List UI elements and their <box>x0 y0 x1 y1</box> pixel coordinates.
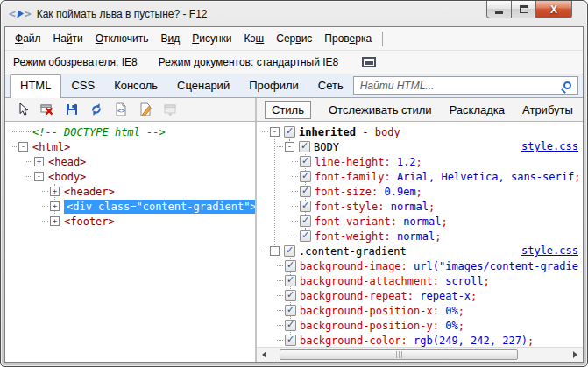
clear-cache-icon[interactable] <box>39 102 54 117</box>
tab-профили[interactable]: Профили <box>239 75 308 97</box>
menu-item-3[interactable]: Вид <box>154 29 186 48</box>
checkbox-checked[interactable] <box>300 171 311 182</box>
collapse-icon[interactable]: - <box>18 142 28 152</box>
pin-tools-button[interactable] <box>359 54 379 70</box>
checkbox-checked[interactable] <box>285 260 296 272</box>
tab-сеть[interactable]: Сеть <box>308 75 353 97</box>
tab-html[interactable]: HTML <box>10 74 61 98</box>
style-rules-pane: -inherited - body-BODYstyle.cssline-heig… <box>257 122 583 347</box>
tree-row[interactable]: +<header> <box>5 184 255 199</box>
tree-connector <box>26 176 32 177</box>
checkbox-checked[interactable] <box>285 290 296 301</box>
menu-item-4[interactable]: Рисунки <box>186 29 237 48</box>
style-rule-row[interactable]: background-repeat: repeat-x; <box>257 288 583 303</box>
checkbox-checked[interactable] <box>300 156 311 167</box>
css-property-value: scroll <box>445 275 483 287</box>
browser-mode-label: Режим обозревателя: IE8 <box>13 56 138 68</box>
checkbox-checked[interactable] <box>300 186 311 197</box>
style-rule-row[interactable]: font-style: normal; <box>257 199 583 214</box>
tab-консоль[interactable]: Консоль <box>104 75 167 97</box>
stylesheet-link[interactable]: style.css <box>521 140 578 152</box>
open-window-icon <box>162 102 177 117</box>
style-tab-раскладка[interactable]: Раскладка <box>450 103 505 116</box>
collapse-icon[interactable]: - <box>270 127 280 137</box>
tree-row[interactable]: +<head> <box>5 154 255 169</box>
tab-css[interactable]: CSS <box>61 75 104 97</box>
search-input[interactable] <box>358 79 563 93</box>
css-semicolon: ; <box>458 320 464 332</box>
checkbox-checked[interactable] <box>299 141 310 152</box>
expand-icon[interactable]: + <box>50 201 60 211</box>
collapse-icon[interactable]: - <box>34 172 44 181</box>
collapse-icon[interactable]: - <box>285 142 294 152</box>
tab-сценарий[interactable]: Сценарий <box>167 75 239 97</box>
collapse-icon[interactable]: - <box>270 246 280 256</box>
expand-icon[interactable]: + <box>50 187 60 196</box>
checkbox-checked[interactable] <box>300 215 311 227</box>
menu-item-1[interactable]: Найти <box>47 29 89 48</box>
view-source-icon[interactable]: <> <box>113 102 128 117</box>
style-rule-row[interactable]: background-attachment: scroll; <box>257 273 583 288</box>
checkbox-checked[interactable] <box>285 305 296 316</box>
style-rule-row[interactable]: font-size: 0.9em; <box>257 184 583 199</box>
style-tab-отслеживать-стили[interactable]: Отслеживать стили <box>329 103 432 116</box>
css-semicolon: ; <box>528 335 534 347</box>
style-rule-row[interactable]: background-image: url("images/content-gr… <box>257 258 583 273</box>
style-rule-row[interactable]: line-height: 1.2; <box>257 154 583 169</box>
expand-icon[interactable]: + <box>34 157 44 166</box>
menu-item-7[interactable]: Проверка <box>318 29 378 48</box>
search-box <box>353 76 578 95</box>
css-property-name: font-variant: <box>315 215 403 228</box>
style-rule-row[interactable]: -BODYstyle.css <box>257 139 583 154</box>
style-rule-row[interactable]: background-color: rgb(249, 242, 227); <box>257 333 583 347</box>
scrollbar-thumb[interactable] <box>280 349 518 360</box>
style-rule-row[interactable]: font-weight: normal; <box>257 229 583 243</box>
style-rule-row[interactable]: background-position-x: 0%; <box>257 303 583 318</box>
edit-icon[interactable] <box>138 102 152 117</box>
tree-connector <box>277 340 283 341</box>
scroll-left-arrow[interactable] <box>257 348 272 362</box>
maximize-button[interactable] <box>512 1 535 18</box>
menu-item-0[interactable]: Файл <box>9 29 47 48</box>
accelerator-letter: и <box>167 32 174 45</box>
menu-bar: ФайлНайтиОтключитьВидРисункиКэшСервисПро… <box>5 27 583 51</box>
menu-item-6[interactable]: Сервис <box>270 29 318 48</box>
css-property-name: background-position-x: <box>300 305 445 317</box>
menu-item-5[interactable]: Кэш <box>237 29 270 48</box>
accelerator-letter: в <box>295 32 301 45</box>
css-semicolon: ; <box>484 275 490 287</box>
style-tab-стиль[interactable]: Стиль <box>265 101 311 119</box>
accelerator-letter: м <box>184 56 191 68</box>
stylesheet-link[interactable]: style.css <box>521 244 578 257</box>
style-tab-атрибуты[interactable]: Атрибуты <box>522 103 573 116</box>
refresh-icon[interactable] <box>89 102 103 117</box>
close-button[interactable]: X <box>535 1 572 18</box>
minimize-button[interactable] <box>486 1 512 18</box>
tree-row[interactable]: -<html> <box>5 139 255 154</box>
checkbox-checked[interactable] <box>284 245 295 257</box>
style-rule-row[interactable]: font-variant: normal; <box>257 214 583 229</box>
tree-row[interactable]: <!-- DOCTYPE html --> <box>5 124 255 139</box>
menu-item-2[interactable]: Отключить <box>89 29 155 48</box>
search-icon[interactable] <box>563 81 571 89</box>
checkbox-checked[interactable] <box>285 275 296 286</box>
tree-node-text: <div class="content-gradient"> <box>64 200 255 214</box>
save-icon[interactable] <box>64 102 79 117</box>
checkbox-checked[interactable] <box>285 320 296 331</box>
select-element-icon[interactable] <box>15 102 30 117</box>
horizontal-scrollbar[interactable] <box>257 347 583 362</box>
tree-row[interactable]: -<body> <box>5 169 255 184</box>
checkbox-checked[interactable] <box>300 201 311 212</box>
scroll-right-arrow[interactable] <box>568 348 583 362</box>
expand-icon[interactable]: + <box>50 216 60 226</box>
style-rule-row[interactable]: -.content-gradientstyle.css <box>257 243 583 258</box>
style-rule-row[interactable]: background-position-y: 0%; <box>257 318 583 333</box>
checkbox-checked[interactable] <box>285 335 296 346</box>
checkbox-checked[interactable] <box>284 126 295 138</box>
checkbox-checked[interactable] <box>300 230 311 242</box>
css-property-name: line-height: <box>315 156 397 168</box>
tree-row[interactable]: +<footer> <box>5 214 255 229</box>
tree-row[interactable]: +<div class="content-gradient"> <box>5 199 255 214</box>
style-rule-row[interactable]: font-family: Arial, Helvetica, sans-seri… <box>257 169 583 184</box>
style-rule-row[interactable]: -inherited - body <box>257 124 583 139</box>
